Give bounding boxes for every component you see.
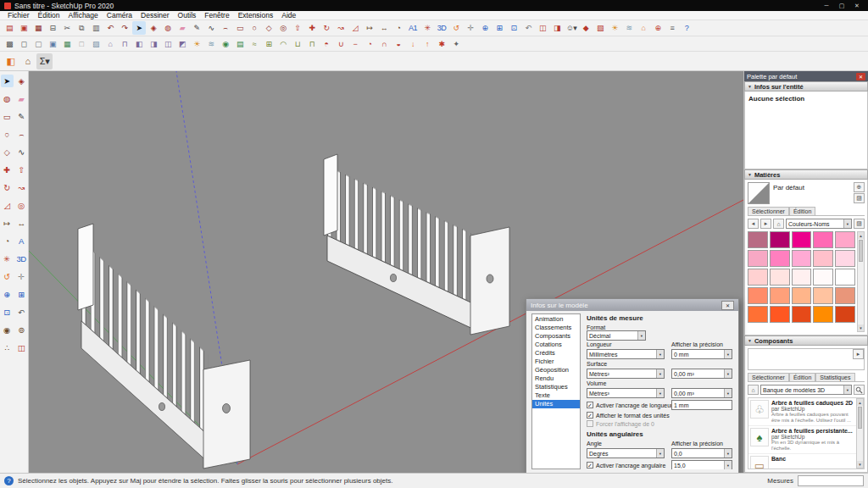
preferences-button[interactable]: ✦ <box>449 37 463 51</box>
print-button[interactable]: ⊟ <box>46 21 59 35</box>
3d-text-tool-button[interactable]: 3D <box>435 21 448 35</box>
zoom-window-button[interactable]: ⊞ <box>492 21 506 35</box>
surface-unit-dropdown[interactable]: Mètres² ▾ <box>587 369 665 379</box>
follow-me-tool[interactable]: ↝ <box>15 181 28 194</box>
section-plane-tool[interactable]: ◫ <box>15 341 28 354</box>
zoom-tool[interactable]: ⊕ <box>1 288 14 301</box>
stamp-button[interactable]: ⊔ <box>291 37 304 51</box>
maximize-button[interactable]: ▢ <box>835 1 849 11</box>
scale-tool[interactable]: ◿ <box>1 199 14 212</box>
menu-item[interactable]: Outils <box>174 11 201 19</box>
person-scale-button[interactable]: ☺▾ <box>565 21 578 35</box>
scrollbar-thumb[interactable] <box>859 240 863 262</box>
menu-item[interactable]: Édition <box>34 11 64 19</box>
in-model-components-button[interactable]: ⌂ <box>748 385 759 395</box>
undo-button[interactable]: ↶ <box>103 21 117 35</box>
materials-detail-button[interactable]: ▨ <box>854 219 865 229</box>
cut-button[interactable]: ✂ <box>60 21 74 35</box>
format-dropdown[interactable]: Décimal ▾ <box>587 330 646 341</box>
view-top-button[interactable]: ⊓ <box>118 37 131 51</box>
component-list-item[interactable]: ♠ Arbre à feuilles persistante... par Sk… <box>748 426 856 454</box>
scroll-down-icon[interactable]: ▼ <box>857 461 863 468</box>
model-info-nav-item[interactable]: Géoposition <box>532 366 580 374</box>
solid-intersect-button[interactable]: ∩ <box>377 37 391 51</box>
model-info-nav-item[interactable]: Animation <box>532 315 580 324</box>
length-snap-input[interactable]: 1 mm <box>671 400 732 410</box>
menu-item[interactable]: Affichage <box>64 11 103 19</box>
save-button[interactable]: ▦ <box>31 21 45 35</box>
protractor-tool-button[interactable]: ◔ <box>392 21 405 35</box>
view-left-button[interactable]: ◩ <box>175 37 189 51</box>
forward-arrow-button[interactable]: ▸ <box>760 219 771 229</box>
from-scratch-button[interactable]: ⊞ <box>262 37 275 51</box>
angle-snap-dropdown[interactable]: 15,0 ▾ <box>671 460 732 469</box>
component-list-item[interactable]: ♧ Arbre à feuilles caduques 2D par Sketc… <box>748 398 856 426</box>
redo-button[interactable]: ↷ <box>118 21 131 35</box>
rectangle-tool-button[interactable]: ▭ <box>233 21 247 35</box>
select-tool[interactable]: ➤ <box>1 75 14 87</box>
scrollbar-thumb[interactable] <box>858 407 862 429</box>
layers-button[interactable]: ≡ <box>665 21 679 35</box>
download-model-button[interactable]: ↓ <box>406 37 420 51</box>
help-button[interactable]: ? <box>680 21 693 35</box>
pan-tool[interactable]: ✛ <box>15 270 28 283</box>
orbit-tool[interactable]: ↺ <box>1 270 14 283</box>
xray-button[interactable]: ▨ <box>89 37 103 51</box>
surface-precision-dropdown[interactable]: 0,00 m² ▾ <box>671 369 732 379</box>
scroll-up-icon[interactable]: ▲ <box>857 399 863 406</box>
add-location-button[interactable]: ◉ <box>219 37 232 51</box>
length-precision-dropdown[interactable]: 0 mm ▾ <box>671 349 732 359</box>
back-edges-button[interactable]: ▩ <box>3 37 16 51</box>
extension-manager-button[interactable]: ✱ <box>435 37 448 51</box>
warehouse-cube-button[interactable]: ◧ <box>3 53 19 69</box>
look-around-tool[interactable]: ⊚ <box>15 324 28 336</box>
checkbox-checked-icon[interactable]: ✓ <box>587 402 593 408</box>
section-display-button[interactable]: ◨ <box>550 21 564 35</box>
materials-collection-dropdown[interactable]: Couleurs-Noms ▾ <box>786 219 852 229</box>
material-swatch[interactable] <box>792 250 812 267</box>
solid-union-button[interactable]: ∪ <box>334 37 348 51</box>
view-back-button[interactable]: ◫ <box>161 37 175 51</box>
polygon-tool[interactable]: ◇ <box>1 146 14 158</box>
component-list-item[interactable]: ▭ Banc <box>748 454 856 469</box>
materials-tab[interactable]: Édition <box>789 207 815 215</box>
select-tool-button[interactable]: ➤ <box>132 21 146 35</box>
model-info-nav-item[interactable]: Crédits <box>532 349 580 358</box>
create-material-button[interactable]: ⊕ <box>854 182 865 192</box>
angle-precision-dropdown[interactable]: 0,0 ▾ <box>671 448 732 458</box>
zoom-window-tool[interactable]: ⊞ <box>15 288 28 301</box>
axes-tool[interactable]: ✳ <box>1 252 14 265</box>
hidden-line-button[interactable]: ▢ <box>31 37 45 51</box>
sample-paint-button[interactable]: ▨ <box>854 193 865 203</box>
copy-button[interactable]: ⧉ <box>75 21 88 35</box>
paint-bucket-button[interactable]: ◍ <box>161 21 175 35</box>
materials-tab[interactable]: Sélectionner <box>748 207 789 215</box>
section-plane-button[interactable]: ◫ <box>536 21 549 35</box>
protractor-tool[interactable]: ◔ <box>1 235 14 247</box>
move-tool[interactable]: ✚ <box>1 164 14 176</box>
pan-tool-button[interactable]: ✛ <box>464 21 477 35</box>
zoom-extents-tool[interactable]: ⊡ <box>1 306 14 319</box>
freehand-tool[interactable]: ∿ <box>15 146 28 158</box>
material-swatch[interactable] <box>770 250 790 267</box>
view-iso-button[interactable]: ⌂ <box>103 37 117 51</box>
freehand-tool-button[interactable]: ∿ <box>204 21 218 35</box>
checkbox-unchecked-icon[interactable] <box>587 420 593 427</box>
dimension-tool-button[interactable]: ↔ <box>377 21 391 35</box>
position-camera-tool[interactable]: ◉ <box>1 324 14 336</box>
shadows-toggle-button[interactable]: ☀ <box>608 21 621 35</box>
material-swatch[interactable] <box>835 306 855 323</box>
model-info-nav-item[interactable]: Classements <box>532 324 580 332</box>
model-info-nav-item[interactable]: Composants <box>532 332 580 341</box>
text-tool[interactable]: A <box>15 235 28 247</box>
eraser-tool-button[interactable]: ▰ <box>175 21 189 35</box>
stats-sigma-button[interactable]: Σ▾ <box>36 53 53 69</box>
model-info-button[interactable]: ◆ <box>579 21 593 35</box>
zoom-tool-button[interactable]: ⊕ <box>478 21 492 35</box>
solid-subtract-button[interactable]: − <box>348 37 362 51</box>
arc-tool[interactable]: ⌢ <box>15 128 28 141</box>
model-info-titlebar[interactable]: Infos sur le modèle ✕ <box>526 299 738 311</box>
paint-bucket-tool[interactable]: ◍ <box>1 92 14 105</box>
menu-item[interactable]: Aide <box>277 11 300 19</box>
text-tool-button[interactable]: A1 <box>406 21 420 35</box>
